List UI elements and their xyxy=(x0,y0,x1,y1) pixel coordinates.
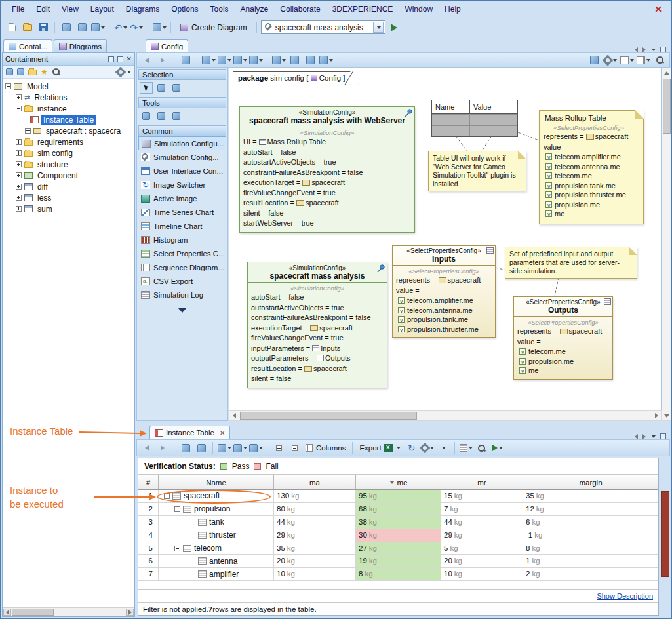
menu-file[interactable]: File xyxy=(6,3,30,15)
palette-item-sequence-diagram[interactable]: Sequence Diagram... xyxy=(138,260,226,274)
config-property[interactable]: resultLocation = spacecraft xyxy=(243,198,411,209)
tree-item-model[interactable]: Model xyxy=(3,81,134,92)
new-project-icon[interactable] xyxy=(5,20,19,35)
expand-icon[interactable] xyxy=(16,161,22,167)
previous-tab-icon[interactable] xyxy=(635,47,638,52)
value-property[interactable]: me xyxy=(517,366,609,376)
config-property[interactable]: autostartActiveObjects = true xyxy=(251,303,384,313)
collapse-all-icon[interactable] xyxy=(6,68,13,75)
palette-item-image-switcher[interactable]: ↻ Image Switcher xyxy=(138,178,226,191)
pin-icon[interactable] xyxy=(376,264,385,273)
expand-icon[interactable] xyxy=(16,184,22,190)
back-icon[interactable] xyxy=(140,441,154,455)
value-property[interactable]: propulsion.thruster.me xyxy=(396,325,492,334)
collapse-icon[interactable] xyxy=(174,546,180,551)
table-row-amplifier[interactable]: 7 amplifier 10kg 8kg 10kg 2kg xyxy=(138,568,658,581)
tab-containment[interactable]: Contai... xyxy=(3,39,52,52)
value-property[interactable]: propulsion.tank.me xyxy=(544,181,634,191)
redo-icon[interactable]: ↷ xyxy=(129,20,144,35)
ui-table-node[interactable]: Name Value xyxy=(431,100,518,137)
config-property[interactable]: silent = false xyxy=(243,209,411,219)
expand-icon[interactable] xyxy=(16,139,22,145)
print-icon[interactable] xyxy=(59,20,73,35)
palette-section-tools[interactable]: Tools xyxy=(138,97,226,108)
expand-icon[interactable] xyxy=(16,195,22,201)
expand-icon[interactable] xyxy=(16,94,22,100)
pin-panel-icon[interactable] xyxy=(117,56,123,62)
validation-icon[interactable] xyxy=(194,441,208,455)
validation-icon[interactable] xyxy=(587,53,601,68)
column-header-ma[interactable]: ma xyxy=(274,475,356,489)
vertical-scrollbar[interactable] xyxy=(662,68,672,421)
palette-item-active-image[interactable]: Active Image xyxy=(138,191,226,205)
value-property[interactable]: telecom.me xyxy=(517,347,609,357)
tab-list-dropdown-icon[interactable] xyxy=(652,435,656,438)
pin-icon[interactable] xyxy=(404,108,413,117)
search-icon[interactable] xyxy=(52,68,60,76)
palette-item-simulation-log[interactable]: Simulation Log xyxy=(138,288,226,302)
value-property[interactable]: propulsion.me xyxy=(517,357,609,367)
expand-all-icon[interactable] xyxy=(271,441,286,455)
run-icon[interactable] xyxy=(490,441,505,455)
palette-item-time-series-chart[interactable]: Time Series Chart xyxy=(138,205,226,219)
star-icon[interactable]: ★ xyxy=(41,68,48,76)
palette-item-user-interface-config[interactable]: User Interface Con... xyxy=(138,164,226,178)
config-property[interactable]: silent = false xyxy=(251,374,384,384)
config-property[interactable]: fireValueChangeEvent = true xyxy=(243,188,411,199)
collapse-all-icon[interactable] xyxy=(287,441,302,455)
expand-icon[interactable] xyxy=(16,206,22,212)
note-anchor-tool[interactable] xyxy=(140,110,153,122)
column-header-number[interactable]: # xyxy=(138,475,159,489)
parameters-note[interactable]: Set of predefined input and output param… xyxy=(505,247,637,279)
menu-diagrams[interactable]: Diagrams xyxy=(120,3,165,15)
close-tab-icon[interactable]: ✕ xyxy=(220,429,225,437)
value-property[interactable]: me xyxy=(544,209,634,219)
filter-icon[interactable] xyxy=(17,68,24,75)
maximize-panel-icon[interactable] xyxy=(660,433,666,439)
search-icon[interactable] xyxy=(652,53,667,68)
palette-item-simulation-configuration[interactable]: Simulation Configu... xyxy=(138,136,226,150)
print-preview-icon[interactable] xyxy=(75,20,89,35)
table-row-telecom[interactable]: 5 telecom 35kg 27kg 5kg 8kg xyxy=(138,542,658,555)
layout-icon[interactable] xyxy=(271,53,286,68)
swimlanes-icon[interactable] xyxy=(201,53,216,68)
menu-layout[interactable]: Layout xyxy=(85,3,120,15)
dependency-icon[interactable] xyxy=(217,53,231,68)
columns-button[interactable]: Columns xyxy=(303,444,348,452)
tree-item-requirements[interactable]: requirements xyxy=(3,136,134,148)
palette-item-timeline-chart[interactable]: Timeline Chart xyxy=(138,219,226,233)
menu-view[interactable]: View xyxy=(56,3,85,15)
tab-diagrams[interactable]: Diagrams xyxy=(54,39,107,52)
next-tab-icon[interactable] xyxy=(642,434,646,439)
scroll-left-button[interactable] xyxy=(3,609,11,616)
palette-section-selection[interactable]: Selection xyxy=(138,69,226,80)
refresh-icon[interactable]: ↻ xyxy=(405,441,419,455)
palette-item-histogram[interactable]: Histogram xyxy=(138,233,226,247)
forward-icon[interactable] xyxy=(155,441,170,455)
palette-item-csv-export[interactable]: CSV Export xyxy=(138,274,226,288)
show-in-containment-icon[interactable] xyxy=(178,441,193,455)
gear-icon[interactable] xyxy=(117,68,125,76)
config-property[interactable]: autoStart = false xyxy=(251,292,384,303)
table-row-tank[interactable]: 3 tank 44kg 38kg 44kg 6kg xyxy=(138,516,658,529)
expand-icon[interactable] xyxy=(25,128,31,134)
tree-item-less[interactable]: less xyxy=(3,192,134,203)
forward-icon[interactable] xyxy=(155,53,170,68)
simconfig-main-node[interactable]: «SimulationConfig» spacecraft mass analy… xyxy=(247,262,387,388)
value-property[interactable]: telecom.antenna.me xyxy=(544,162,634,172)
value-property[interactable]: propulsion.thruster.me xyxy=(544,190,634,200)
paste-icon[interactable] xyxy=(303,53,317,68)
marquee-tool[interactable] xyxy=(155,82,168,94)
next-tab-icon[interactable] xyxy=(642,47,646,52)
close-panel-icon[interactable]: ✕ xyxy=(127,56,132,62)
shape-tool-icon[interactable] xyxy=(248,53,263,68)
run-configuration-select[interactable]: spacecraft mass analysis xyxy=(261,20,385,34)
webserver-note[interactable]: Table UI will only work if "Web Server f… xyxy=(428,151,526,191)
value-property[interactable]: telecom.amplifier.me xyxy=(544,152,634,162)
tree-item-sim-config[interactable]: sim config xyxy=(3,148,134,159)
config-property[interactable]: represents = spacecraft xyxy=(544,132,634,142)
close-window-button[interactable]: ✕ xyxy=(650,4,666,14)
tree-item-relations[interactable]: ⇄ Relations xyxy=(3,92,134,103)
perspective-icon[interactable] xyxy=(152,20,167,35)
previous-tab-icon[interactable] xyxy=(635,434,638,439)
